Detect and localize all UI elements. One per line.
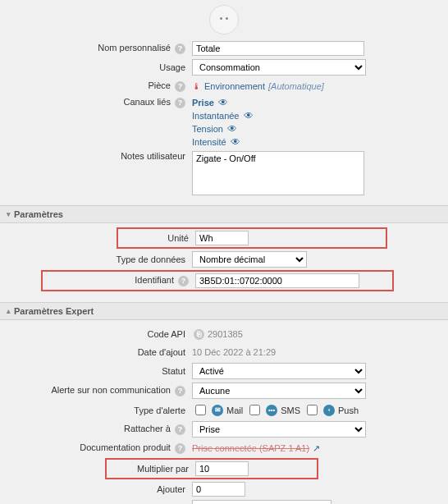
mail-label: Mail bbox=[226, 405, 243, 415]
room-label: Pièce ? bbox=[0, 80, 192, 92]
room-link[interactable]: Environnement bbox=[204, 81, 265, 91]
alerttype-label: Type d'alerte bbox=[0, 405, 192, 415]
thermometer-icon: 🌡 bbox=[192, 81, 201, 91]
push-checkbox[interactable] bbox=[307, 405, 318, 415]
room-auto: [Automatique] bbox=[268, 81, 324, 91]
link-icon[interactable]: ⎘ bbox=[194, 329, 204, 340]
mail-icon: ✉ bbox=[212, 405, 223, 416]
add-label: Ajouter bbox=[0, 484, 192, 494]
attach-select[interactable]: Prise bbox=[192, 421, 366, 438]
notes-label: Notes utilisateur bbox=[0, 151, 192, 161]
eye-icon[interactable]: 👁 bbox=[227, 123, 237, 135]
ident-input[interactable] bbox=[195, 273, 359, 288]
sms-icon: ••• bbox=[266, 405, 277, 416]
api-label: Code API bbox=[0, 329, 192, 339]
eye-icon[interactable]: 👁 bbox=[244, 110, 254, 121]
channel-link[interactable]: Tension bbox=[192, 124, 223, 134]
params-section[interactable]: ▾ Paramètres bbox=[0, 205, 448, 223]
help-icon[interactable]: ? bbox=[175, 386, 185, 396]
device-icon bbox=[209, 5, 239, 34]
add-input[interactable] bbox=[192, 482, 245, 497]
name-label: Nom personnalisé ? bbox=[0, 43, 192, 54]
channel-link[interactable]: Instantanée bbox=[192, 111, 240, 121]
mail-checkbox[interactable] bbox=[195, 405, 206, 415]
caret-icon: ▴ bbox=[7, 307, 11, 315]
section-title: Paramètres bbox=[14, 209, 63, 219]
doc-link[interactable]: Prise connectée (SAPZ 1 A1) bbox=[192, 443, 309, 453]
push-label: Push bbox=[338, 405, 359, 415]
help-icon[interactable]: ? bbox=[175, 443, 185, 454]
doc-label: Documentation produit ? bbox=[0, 442, 192, 454]
section-title: Paramètres Expert bbox=[14, 306, 94, 316]
unit-label: Unité bbox=[120, 233, 195, 243]
status-select[interactable]: Activé bbox=[192, 363, 366, 379]
name-input[interactable] bbox=[192, 41, 364, 56]
date-label: Date d'ajout bbox=[0, 347, 192, 357]
notes-input[interactable]: Zigate - On/Off bbox=[192, 151, 364, 195]
expert-section[interactable]: ▴ Paramètres Expert bbox=[0, 302, 448, 320]
alert-select[interactable]: Aucune bbox=[192, 383, 366, 399]
usage-label: Usage bbox=[0, 62, 192, 72]
attach-label: Rattacher à ? bbox=[0, 424, 192, 435]
help-icon[interactable]: ? bbox=[175, 424, 185, 435]
api-value: 2901385 bbox=[208, 329, 243, 339]
external-icon[interactable]: ↗ bbox=[313, 443, 320, 454]
alert-label: Alerte sur non communication ? bbox=[0, 385, 192, 396]
datatype-select[interactable]: Nombre décimal bbox=[192, 251, 307, 268]
push-icon: › bbox=[323, 405, 335, 416]
unit-input[interactable] bbox=[195, 231, 249, 245]
channel-link[interactable]: Prise bbox=[192, 98, 214, 108]
datatype-label: Type de données bbox=[0, 254, 192, 264]
sms-checkbox[interactable] bbox=[249, 405, 260, 415]
help-icon[interactable]: ? bbox=[178, 276, 189, 286]
channels-label: Canaux liés ? bbox=[0, 97, 192, 108]
mult-label: Multiplier par bbox=[108, 464, 195, 474]
ident-label: Identifiant ? bbox=[44, 275, 195, 286]
poll-select[interactable]: Toutes les 30 secondes bbox=[192, 500, 331, 504]
sms-label: SMS bbox=[281, 405, 300, 415]
date-value: 10 Déc 2022 à 21:29 bbox=[192, 347, 276, 357]
status-label: Statut bbox=[0, 366, 192, 376]
help-icon[interactable]: ? bbox=[175, 98, 185, 108]
eye-icon[interactable]: 👁 bbox=[218, 97, 228, 108]
help-icon[interactable]: ? bbox=[175, 44, 185, 54]
eye-icon[interactable]: 👁 bbox=[231, 136, 240, 148]
mult-input[interactable] bbox=[195, 461, 249, 476]
caret-icon: ▾ bbox=[7, 210, 11, 218]
usage-select[interactable]: Consommation bbox=[192, 59, 366, 76]
help-icon[interactable]: ? bbox=[175, 81, 185, 92]
channel-link[interactable]: Intensité bbox=[192, 137, 226, 147]
